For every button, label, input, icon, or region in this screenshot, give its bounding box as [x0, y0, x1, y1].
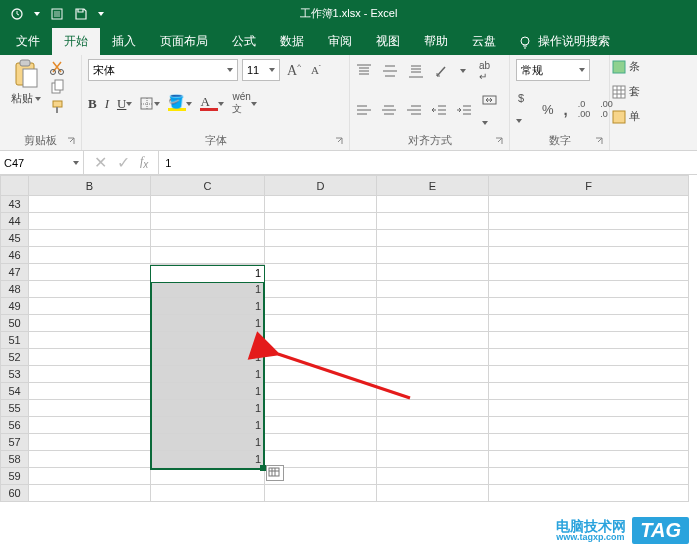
- cell[interactable]: 1: [151, 417, 265, 434]
- comma-button[interactable]: ,: [564, 101, 568, 118]
- row-header[interactable]: 55: [1, 400, 29, 417]
- cell[interactable]: [29, 366, 151, 383]
- row-header[interactable]: 53: [1, 366, 29, 383]
- copy-icon[interactable]: [50, 79, 66, 95]
- cell[interactable]: [29, 281, 151, 298]
- align-right-icon[interactable]: [406, 104, 421, 118]
- cell[interactable]: [151, 196, 265, 213]
- row-header[interactable]: 54: [1, 383, 29, 400]
- align-middle-icon[interactable]: [382, 64, 398, 78]
- cell[interactable]: [151, 213, 265, 230]
- paste-button[interactable]: 粘贴: [6, 59, 46, 106]
- cell[interactable]: [29, 230, 151, 247]
- row-header[interactable]: 43: [1, 196, 29, 213]
- dialog-launcher-icon[interactable]: [335, 137, 345, 147]
- cell[interactable]: [377, 451, 489, 468]
- cell[interactable]: [377, 196, 489, 213]
- cell[interactable]: [29, 434, 151, 451]
- cell[interactable]: [489, 298, 689, 315]
- align-top-icon[interactable]: [356, 64, 372, 78]
- cell[interactable]: [377, 281, 489, 298]
- row-header[interactable]: 52: [1, 349, 29, 366]
- tab-cloud[interactable]: 云盘: [460, 28, 508, 55]
- cell[interactable]: [265, 298, 377, 315]
- cell[interactable]: [489, 451, 689, 468]
- font-name-combo[interactable]: 宋体: [88, 59, 238, 81]
- col-header-E[interactable]: E: [377, 176, 489, 196]
- row-header[interactable]: 46: [1, 247, 29, 264]
- cell[interactable]: [265, 332, 377, 349]
- cell[interactable]: [489, 213, 689, 230]
- formula-input[interactable]: 1: [158, 151, 697, 174]
- accounting-format-button[interactable]: $: [516, 91, 532, 127]
- decrease-indent-icon[interactable]: [432, 104, 447, 118]
- cell[interactable]: [377, 417, 489, 434]
- qat-customize-icon[interactable]: [98, 12, 104, 16]
- cell[interactable]: [29, 247, 151, 264]
- format-table-button[interactable]: 套: [612, 84, 644, 99]
- increase-indent-icon[interactable]: [457, 104, 472, 118]
- merge-center-button[interactable]: [482, 93, 503, 129]
- cell[interactable]: [489, 485, 689, 502]
- cell[interactable]: [377, 230, 489, 247]
- align-left-icon[interactable]: [356, 104, 371, 118]
- dialog-launcher-icon[interactable]: [67, 137, 77, 147]
- increase-decimal-button[interactable]: .0.00: [578, 99, 591, 119]
- cell[interactable]: [377, 485, 489, 502]
- cell[interactable]: [377, 315, 489, 332]
- cell[interactable]: [29, 264, 151, 281]
- cell[interactable]: [265, 281, 377, 298]
- conditional-format-button[interactable]: 条: [612, 59, 644, 74]
- cell[interactable]: [377, 298, 489, 315]
- cell[interactable]: [151, 468, 265, 485]
- tab-data[interactable]: 数据: [268, 28, 316, 55]
- row-header[interactable]: 58: [1, 451, 29, 468]
- tab-layout[interactable]: 页面布局: [148, 28, 220, 55]
- cell[interactable]: [489, 400, 689, 417]
- fill-color-button[interactable]: 🪣: [168, 97, 192, 111]
- align-center-icon[interactable]: [381, 104, 396, 118]
- cell[interactable]: [29, 383, 151, 400]
- name-box[interactable]: C47: [0, 151, 84, 174]
- cell[interactable]: [29, 196, 151, 213]
- cell[interactable]: [377, 264, 489, 281]
- increase-font-icon[interactable]: A^: [284, 62, 304, 79]
- cell[interactable]: [489, 434, 689, 451]
- italic-button[interactable]: I: [105, 96, 109, 112]
- row-header[interactable]: 47: [1, 264, 29, 281]
- tab-view[interactable]: 视图: [364, 28, 412, 55]
- row-header[interactable]: 50: [1, 315, 29, 332]
- save-icon[interactable]: [74, 7, 88, 21]
- row-header[interactable]: 57: [1, 434, 29, 451]
- cell[interactable]: 1: [151, 298, 265, 315]
- cell[interactable]: [29, 451, 151, 468]
- touch-mode-icon[interactable]: [50, 7, 64, 21]
- cell[interactable]: [489, 383, 689, 400]
- cell[interactable]: 1: [151, 383, 265, 400]
- cell[interactable]: [489, 417, 689, 434]
- cell[interactable]: [489, 247, 689, 264]
- phonetic-button[interactable]: wén文: [232, 91, 256, 116]
- row-header[interactable]: 49: [1, 298, 29, 315]
- enter-icon[interactable]: ✓: [117, 153, 130, 172]
- percent-button[interactable]: %: [542, 102, 554, 117]
- border-button[interactable]: [140, 97, 160, 111]
- underline-button[interactable]: U: [117, 96, 132, 112]
- autosave-icon[interactable]: [10, 7, 24, 21]
- tab-file[interactable]: 文件: [4, 28, 52, 55]
- cell[interactable]: [377, 434, 489, 451]
- dialog-launcher-icon[interactable]: [495, 137, 505, 147]
- cell[interactable]: [29, 298, 151, 315]
- cell[interactable]: [151, 485, 265, 502]
- row-header[interactable]: 60: [1, 485, 29, 502]
- cell[interactable]: [29, 349, 151, 366]
- dialog-launcher-icon[interactable]: [595, 137, 605, 147]
- cell[interactable]: [265, 196, 377, 213]
- tab-formulas[interactable]: 公式: [220, 28, 268, 55]
- tab-review[interactable]: 审阅: [316, 28, 364, 55]
- row-header[interactable]: 59: [1, 468, 29, 485]
- cell[interactable]: [265, 247, 377, 264]
- cell[interactable]: [29, 315, 151, 332]
- cell[interactable]: 1: [151, 451, 265, 468]
- cell[interactable]: [489, 230, 689, 247]
